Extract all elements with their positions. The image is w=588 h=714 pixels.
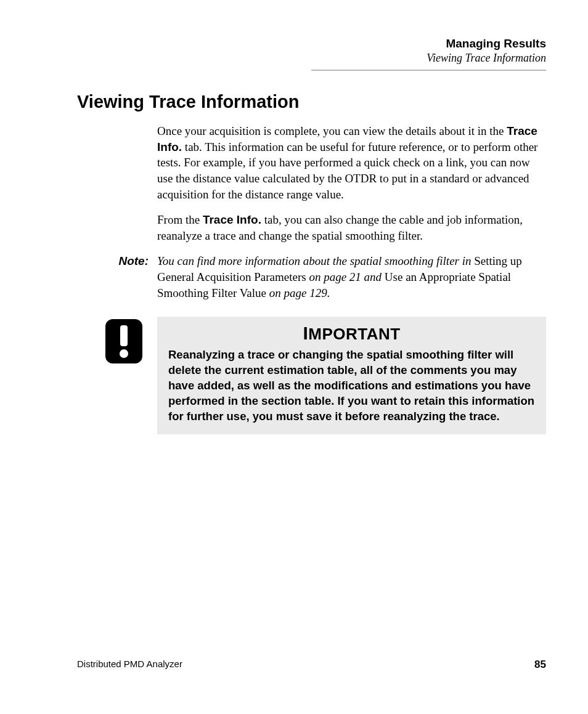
important-callout: IMPORTANT Reanalyzing a trace or changin… <box>105 317 546 434</box>
important-box: IMPORTANT Reanalyzing a trace or changin… <box>157 317 546 434</box>
paragraph-1: Once your acquisition is complete, you c… <box>157 123 546 202</box>
note-block: Note: You can find more information abou… <box>77 253 546 301</box>
note-label: Note: <box>77 253 157 301</box>
exclamation-icon <box>105 319 142 366</box>
header-rule <box>311 70 546 71</box>
footer-page-number: 85 <box>534 659 546 671</box>
trace-info-bold-2: Trace Info. <box>203 213 261 226</box>
running-head-section: Viewing Trace Information <box>77 52 546 65</box>
svg-point-2 <box>120 349 128 358</box>
note-body: You can find more information about the … <box>157 253 546 301</box>
svg-rect-1 <box>120 325 128 346</box>
page-footer: Distributed PMD Analyzer 85 <box>77 659 546 671</box>
body-text: Once your acquisition is complete, you c… <box>157 123 546 243</box>
paragraph-2: From the Trace Info. tab, you can also c… <box>157 212 546 243</box>
important-body: Reanalyzing a trace or changing the spat… <box>168 347 535 424</box>
footer-product: Distributed PMD Analyzer <box>77 659 182 671</box>
running-head-chapter: Managing Results <box>77 37 546 51</box>
section-title: Viewing Trace Information <box>77 92 546 112</box>
important-title: IMPORTANT <box>168 323 535 344</box>
